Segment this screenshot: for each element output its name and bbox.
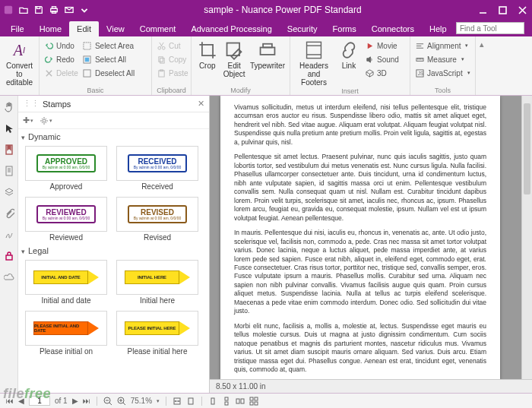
facing-view-button[interactable] <box>236 397 245 406</box>
app-menu-icon[interactable] <box>3 5 14 15</box>
measure-icon <box>415 55 424 64</box>
minimize-button[interactable] <box>476 3 489 17</box>
select-area-button[interactable]: Select Area <box>83 40 135 52</box>
hand-tool-button[interactable] <box>2 100 16 114</box>
fit-width-button[interactable] <box>173 397 182 406</box>
stamps-panel-drag-icon[interactable]: ⋮⋮ <box>23 99 40 109</box>
movie-button[interactable]: Movie <box>365 40 399 52</box>
redo-button[interactable]: Redo <box>44 53 78 65</box>
signatures-pane-button[interactable] <box>2 228 16 242</box>
select-all-button[interactable]: Select All <box>83 53 135 65</box>
stamp-preview[interactable]: APPROVEDBy admin at 0:00 am, 0/0/00 <box>25 146 107 181</box>
first-page-button[interactable]: ⏮ <box>6 397 14 405</box>
single-page-view-button[interactable] <box>208 397 217 406</box>
document-page[interactable]: Vivamus sollicitudin, metus ut interdum … <box>220 96 500 379</box>
tab-forms[interactable]: Forms <box>325 21 364 36</box>
javascript-button[interactable]: JSJavaScript▾ <box>415 67 470 79</box>
stamp-category-dynamic[interactable]: Dynamic <box>21 131 206 143</box>
tab-security[interactable]: Security <box>280 21 325 36</box>
tab-help[interactable]: Help <box>422 21 454 36</box>
stamp-item: APPROVEDBy admin at 0:00 am, 0/0/00Appro… <box>24 146 108 191</box>
find-tool-input[interactable] <box>456 22 524 34</box>
svg-rect-51 <box>236 399 239 403</box>
3d-icon <box>365 68 374 77</box>
crop-button[interactable]: Crop <box>196 39 218 86</box>
undo-button[interactable]: Undo <box>44 40 78 52</box>
stamp-preview[interactable]: INITIAL AND DATE <box>25 260 107 295</box>
attachments-pane-button[interactable] <box>2 207 16 220</box>
deselect-all-button[interactable]: Deselect All <box>83 67 135 79</box>
cloud-pane-button[interactable] <box>2 270 16 284</box>
tab-home[interactable]: Home <box>32 21 69 36</box>
select-tool-button[interactable] <box>2 122 16 135</box>
stamp-category-legal[interactable]: Legal <box>21 245 206 257</box>
zoom-out-button[interactable] <box>103 397 112 406</box>
edit-object-button[interactable]: Edit Object <box>223 39 245 86</box>
headers-footers-button[interactable]: Headers and Footers <box>295 39 333 87</box>
continuous-view-button[interactable] <box>222 397 231 406</box>
bookmarks-pane-button[interactable] <box>2 143 16 157</box>
tab-comment[interactable]: Comment <box>132 21 184 36</box>
print-icon[interactable] <box>49 5 59 15</box>
scrollbar-thumb[interactable] <box>524 103 530 195</box>
delete-button[interactable]: Delete <box>44 67 78 79</box>
convert-to-editable-button[interactable]: AI Convert to editable <box>5 39 34 94</box>
svg-rect-37 <box>6 255 12 260</box>
open-icon[interactable] <box>18 5 29 15</box>
tab-file[interactable]: File <box>3 21 32 36</box>
qat-dropdown-icon[interactable] <box>79 5 90 15</box>
link-button[interactable]: Link <box>337 39 360 87</box>
pages-pane-button[interactable] <box>2 164 16 178</box>
stamp-preview[interactable]: RECEIVEDBy admin at 0:00 am, 0/0/00 <box>116 146 198 181</box>
stamps-panel-close-button[interactable]: ✕ <box>198 99 204 109</box>
next-page-button[interactable]: ▶ <box>72 397 78 405</box>
stamps-add-button[interactable]: ✚ ▾ <box>23 115 33 125</box>
copy-button[interactable]: Copy <box>157 53 188 65</box>
layers-pane-button[interactable] <box>2 185 16 199</box>
zoom-dropdown-button[interactable]: ▾ <box>157 398 160 404</box>
ribbon-collapse-button[interactable]: ▴ <box>476 36 488 95</box>
group-insert-label: Insert <box>295 87 405 95</box>
tab-connectors[interactable]: Connectors <box>364 21 422 36</box>
svg-rect-56 <box>255 402 258 405</box>
page-number-input[interactable] <box>29 396 50 406</box>
close-button[interactable] <box>515 3 529 17</box>
typewriter-button[interactable]: Typewriter <box>250 39 285 86</box>
stamp-item: INITIAL AND DATEInitial and date <box>24 260 108 305</box>
tab-edit[interactable]: Edit <box>69 21 99 36</box>
email-icon[interactable] <box>64 5 74 15</box>
stamp-preview[interactable]: PLEASE INITIAL AND DATE <box>25 311 107 346</box>
stamps-options-button[interactable]: ▾ <box>40 116 52 125</box>
stamp-preview[interactable]: INITIAL HERE <box>116 260 198 295</box>
save-icon[interactable] <box>33 5 44 15</box>
stamp-label: Approved <box>24 182 108 191</box>
paste-button[interactable]: Paste <box>157 67 188 79</box>
cut-button[interactable]: Cut <box>157 40 188 52</box>
last-page-button[interactable]: ⏭ <box>83 397 90 405</box>
3d-button[interactable]: 3D <box>365 67 399 79</box>
stamp-label: Revised <box>116 233 199 242</box>
facing-continuous-view-button[interactable] <box>249 397 258 406</box>
prev-page-button[interactable]: ◀ <box>18 397 24 405</box>
maximize-button[interactable] <box>496 3 509 17</box>
stamp-preview[interactable]: REVIEWEDBy admin at 0:00 am, 0/0/00 <box>25 197 107 232</box>
copy-icon <box>157 55 166 64</box>
stamp-preview[interactable]: REVISEDBy admin at 0:00 am, 0/0/00 <box>116 197 198 232</box>
zoom-in-button[interactable] <box>117 397 126 406</box>
svg-point-10 <box>157 46 160 49</box>
crop-icon <box>198 40 217 60</box>
svg-rect-13 <box>160 58 164 62</box>
security-pane-button[interactable] <box>2 249 16 263</box>
sound-button[interactable]: Sound <box>365 53 399 65</box>
tab-advanced-processing[interactable]: Advanced Processing <box>183 21 279 36</box>
vertical-scrollbar[interactable] <box>521 96 532 379</box>
fit-page-button[interactable] <box>186 397 195 406</box>
svg-rect-2 <box>52 7 55 9</box>
stamp-item: INITIAL HEREInitial here <box>116 260 199 305</box>
measure-button[interactable]: Measure▾ <box>415 53 470 65</box>
stamp-preview[interactable]: PLEASE INITIAL HERE <box>116 311 198 346</box>
tab-view[interactable]: View <box>99 21 132 36</box>
select-area-icon <box>83 41 92 50</box>
alignment-button[interactable]: Alignment▾ <box>415 40 470 52</box>
svg-rect-54 <box>255 397 258 400</box>
